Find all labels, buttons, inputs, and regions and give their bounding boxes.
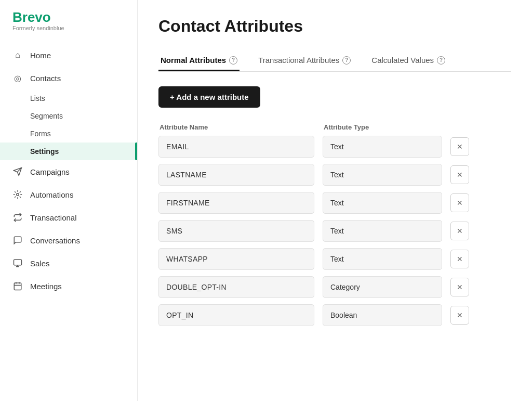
attribute-type-input[interactable]: [323, 304, 442, 326]
delete-attribute-button[interactable]: ✕: [450, 193, 469, 212]
delete-icon: ✕: [457, 143, 463, 151]
sales-icon: [12, 258, 23, 268]
sidebar-nav: ⌂ Home ◎ Contacts Lists Segments Forms S…: [0, 40, 137, 401]
table-row: ✕: [158, 192, 511, 214]
sidebar-item-label: Conversations: [30, 236, 80, 245]
delete-icon: ✕: [457, 255, 463, 263]
table-row: ✕: [158, 304, 511, 326]
attribute-type-input[interactable]: [323, 164, 442, 186]
brand-name: Brevo: [12, 10, 125, 24]
table-row: ✕: [158, 164, 511, 186]
delete-icon: ✕: [457, 283, 463, 291]
home-icon: ⌂: [12, 50, 23, 60]
logo: Brevo Formerly sendinblue: [0, 0, 137, 40]
campaigns-icon: [12, 166, 23, 177]
col-type-header: Attribute Type: [324, 123, 369, 131]
delete-icon: ✕: [457, 171, 463, 179]
delete-attribute-button[interactable]: ✕: [450, 306, 469, 325]
svg-rect-4: [14, 283, 21, 290]
sidebar-item-settings[interactable]: Settings: [0, 143, 137, 160]
sidebar-item-home[interactable]: ⌂ Home: [0, 44, 137, 67]
sidebar-item-label: Contacts: [30, 74, 61, 83]
attribute-name-input[interactable]: [158, 248, 314, 270]
sidebar-item-automations[interactable]: Automations: [0, 183, 137, 206]
delete-icon: ✕: [457, 311, 463, 319]
sidebar-item-contacts[interactable]: ◎ Contacts: [0, 67, 137, 89]
attribute-name-input[interactable]: [158, 164, 314, 186]
main-content: Contact Attributes Normal Attributes ? T…: [138, 0, 532, 401]
attribute-type-input[interactable]: [323, 276, 442, 298]
sidebar-item-label: Campaigns: [30, 167, 70, 176]
attribute-name-input[interactable]: [158, 220, 314, 242]
delete-attribute-button[interactable]: ✕: [450, 165, 469, 184]
table-row: ✕: [158, 248, 511, 270]
table-row: ✕: [158, 220, 511, 242]
tab-label: Transactional Attributes: [258, 56, 339, 64]
delete-icon: ✕: [457, 199, 463, 207]
delete-attribute-button[interactable]: ✕: [450, 250, 469, 268]
sidebar-item-label: Meetings: [30, 282, 62, 291]
attributes-table: Attribute Name Attribute Type ✕ ✕ ✕: [158, 122, 511, 326]
add-button-label: + Add a new attribute: [170, 93, 249, 101]
tab-label: Calculated Values: [371, 56, 434, 64]
attribute-type-input[interactable]: [323, 220, 442, 242]
sidebar-item-lists[interactable]: Lists: [0, 89, 137, 107]
svg-point-0: [17, 193, 19, 196]
help-icon[interactable]: ?: [342, 56, 351, 64]
attribute-name-input[interactable]: [158, 276, 314, 298]
add-attribute-button[interactable]: + Add a new attribute: [158, 86, 260, 108]
sidebar-sub-label: Lists: [30, 94, 45, 102]
attribute-name-input[interactable]: [158, 304, 314, 326]
sidebar-item-label: Automations: [30, 190, 73, 199]
attribute-name-input[interactable]: [158, 136, 314, 158]
attribute-type-input[interactable]: [323, 136, 442, 158]
sidebar-item-conversations[interactable]: Conversations: [0, 229, 137, 252]
sidebar: Brevo Formerly sendinblue ⌂ Home ◎ Conta…: [0, 0, 138, 401]
delete-attribute-button[interactable]: ✕: [450, 137, 469, 156]
contacts-icon: ◎: [12, 73, 23, 83]
delete-icon: ✕: [457, 227, 463, 235]
automations-icon: [12, 189, 23, 200]
attribute-type-input[interactable]: [323, 192, 442, 214]
sidebar-item-label: Transactional: [30, 213, 77, 222]
sidebar-item-forms[interactable]: Forms: [0, 125, 137, 143]
sidebar-item-label: Sales: [30, 259, 50, 268]
brand-subtitle: Formerly sendinblue: [12, 25, 125, 31]
conversations-icon: [12, 235, 23, 245]
sidebar-item-meetings[interactable]: Meetings: [0, 275, 137, 297]
table-row: ✕: [158, 136, 511, 158]
transactional-icon: [12, 212, 23, 223]
tab-calculated-values[interactable]: Calculated Values ?: [369, 50, 447, 71]
help-icon[interactable]: ?: [229, 56, 237, 64]
sidebar-item-transactional[interactable]: Transactional: [0, 206, 137, 229]
table-header: Attribute Name Attribute Type: [158, 122, 511, 132]
page-title: Contact Attributes: [158, 17, 511, 36]
delete-attribute-button[interactable]: ✕: [450, 278, 469, 296]
sidebar-item-label: Home: [30, 51, 51, 60]
svg-rect-1: [14, 260, 22, 265]
sidebar-sub-label: Settings: [30, 147, 59, 156]
col-name-header: Attribute Name: [159, 123, 208, 131]
sidebar-sub-label: Segments: [30, 112, 63, 120]
meetings-icon: [12, 281, 23, 291]
sidebar-item-segments[interactable]: Segments: [0, 107, 137, 125]
tab-transactional-attributes[interactable]: Transactional Attributes ?: [256, 50, 353, 71]
sidebar-sub-label: Forms: [30, 130, 51, 138]
table-row: ✕: [158, 276, 511, 298]
sidebar-item-sales[interactable]: Sales: [0, 252, 137, 275]
sidebar-item-campaigns[interactable]: Campaigns: [0, 160, 137, 183]
help-icon[interactable]: ?: [437, 56, 445, 64]
tab-label: Normal Attributes: [161, 56, 226, 64]
tab-normal-attributes[interactable]: Normal Attributes ?: [158, 50, 240, 71]
tabs-bar: Normal Attributes ? Transactional Attrib…: [158, 50, 511, 72]
attribute-name-input[interactable]: [158, 192, 314, 214]
delete-attribute-button[interactable]: ✕: [450, 222, 469, 240]
attribute-type-input[interactable]: [323, 248, 442, 270]
